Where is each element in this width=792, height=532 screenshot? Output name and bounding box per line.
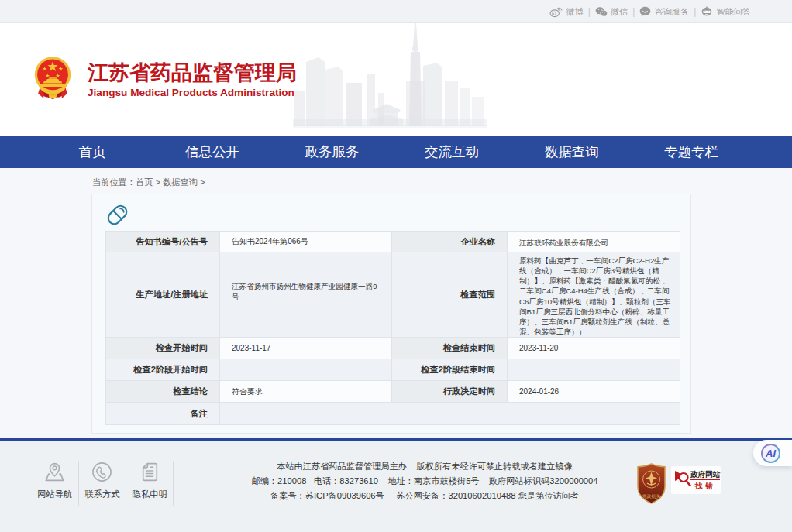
svg-text:政府网站: 政府网站 (690, 470, 720, 479)
svg-text:党政机关: 党政机关 (642, 493, 661, 499)
svg-text:找错: 找错 (694, 482, 715, 490)
